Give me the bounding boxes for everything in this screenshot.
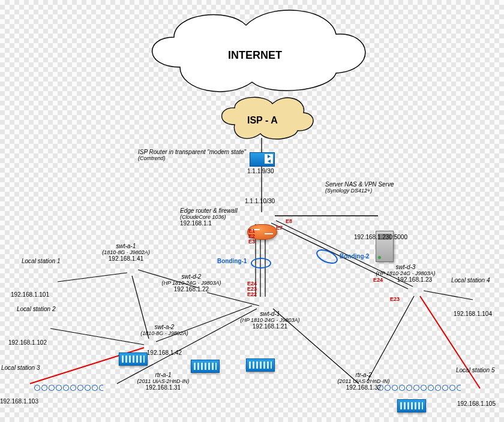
server-label: Server NAS & VPN Serve (Synology DS412+): [325, 181, 394, 194]
isp-router-ip: 1.1.1.9/30: [247, 168, 274, 174]
station-3-name: Local station 3: [1, 364, 40, 371]
station-2-name: Local station 2: [17, 306, 56, 312]
station-1-name: Local station 1: [22, 258, 61, 264]
switch-a-2-label: swt-a-2 (1810-8G - J9802A) 192.168.1.42: [128, 324, 200, 356]
station-4-ip: 192.168.1.104: [454, 311, 492, 317]
switch-d-2-label: swt-d-2 (HP 1810-24G - J9803A) 192.168.1…: [152, 273, 230, 293]
isp-router-label: ISP Router in transparent "modem state" …: [138, 149, 246, 161]
port-d3-e23: E23: [390, 296, 400, 302]
cloud-isp-label: ISP - A: [247, 115, 278, 126]
server-ip: 192.168.1.230:5000: [354, 234, 407, 240]
station-3-ip: 192.168.1.103: [0, 398, 38, 405]
port-edge-e7: E7: [276, 225, 283, 231]
wap-r2-label: rtr-a-2 (2011 UiAS-2HnD-IN) 192.168.1.32: [328, 372, 400, 391]
bonding-1-ring: [251, 258, 271, 269]
port-edge-e3: E3: [248, 239, 255, 245]
edge-router-label: Edge router & firewall (CloudeCore 1036)…: [180, 207, 238, 227]
network-diagram: INTERNET ISP - A ISP Router in transpare…: [0, 0, 504, 422]
cloud-internet-label: INTERNET: [228, 49, 282, 62]
bonding-2-label: Bonding-2: [340, 253, 369, 260]
edge-wan-ip: 1.1.1.10/30: [245, 198, 275, 204]
wap-r1-label: rtr-a-1 (2011 UiAS-2HnD-IN) 192.168.1.31: [127, 372, 199, 391]
switch-a-1-label: swt-a-1 (1810-8G - J9802A) 192.168.1.41: [90, 243, 162, 262]
station-5-name: Local station 5: [456, 367, 495, 373]
port-edge-e8: E8: [286, 218, 292, 224]
svg-line-18: [367, 296, 414, 381]
svg-line-13: [58, 273, 127, 282]
station-1-ip: 192.168.1.101: [11, 291, 49, 298]
switch-d-3-icon: [397, 399, 426, 412]
svg-line-17: [424, 291, 473, 300]
switch-d-1-label: swt-d-1 (HP 1810-24G - J9803A) 192.168.1…: [234, 311, 306, 330]
station-5-ip: 192.168.1.105: [457, 400, 496, 407]
port-d1-e22: E22: [247, 291, 257, 297]
bonding-1-label: Bonding-1: [217, 258, 247, 264]
station-2-ip: 192.168.1.102: [8, 339, 47, 346]
switch-d-2-icon: [191, 360, 220, 373]
station-4-name: Local station 4: [451, 277, 490, 284]
switch-d-3-label: swt-d-3 (HP 1810-24G - J9803A) 192.168.1…: [364, 264, 448, 283]
wifi-wave-left: [34, 384, 103, 392]
isp-router-icon: [250, 152, 275, 167]
switch-d-1-icon: [246, 358, 275, 372]
